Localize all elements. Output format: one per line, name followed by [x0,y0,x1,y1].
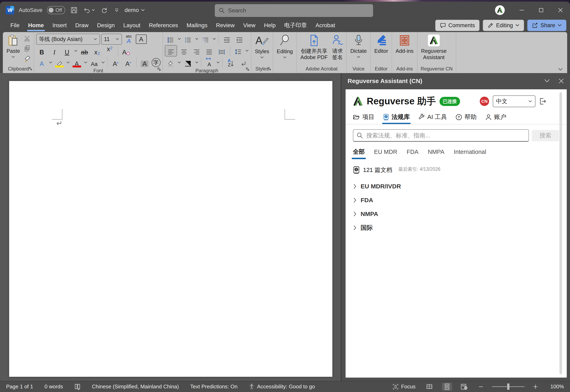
dictate-button[interactable]: Dictate [349,34,368,58]
document-area[interactable]: ↵ [0,73,341,381]
tab-file[interactable]: File [6,19,24,32]
filter-all[interactable]: 全部 [353,148,365,159]
tab-insert[interactable]: Insert [48,19,71,32]
asian-layout-chevron-icon[interactable] [216,61,220,64]
font-name-select[interactable]: 等线 (Body Asian) [36,34,100,45]
language-status[interactable]: Chinese (Simplified, Mainland China) [92,383,179,390]
customize-quick-access-button[interactable] [113,7,120,13]
filter-international[interactable]: International [454,149,486,159]
pane-tab-regulations[interactable]: 法规库 [383,113,410,124]
pane-search-input[interactable] [366,132,525,139]
sort-button[interactable]: A Z [225,57,236,68]
change-case-chevron-icon[interactable] [101,61,105,64]
shrink-font-button[interactable]: Aˇ [122,57,134,68]
word-logo-icon[interactable]: W [6,6,14,14]
pane-search-box[interactable] [353,129,529,142]
pane-close-icon[interactable] [559,78,564,84]
create-share-adobe-pdf-button[interactable]: 创建并共享Adobe PDF [299,34,329,60]
borders-chevron-icon[interactable] [195,61,199,64]
search-input[interactable] [228,7,369,14]
proofing-status[interactable] [75,383,80,390]
align-right-button[interactable] [191,45,202,56]
font-dialog-launcher[interactable] [157,67,161,71]
save-button[interactable] [70,6,78,14]
numbering-chevron-icon[interactable] [195,38,199,40]
paste-button[interactable]: Paste [5,34,22,58]
read-mode-button[interactable] [424,383,436,391]
align-left-button[interactable] [165,45,177,56]
pane-tab-projects[interactable]: 项目 [353,113,375,124]
tab-design[interactable]: Design [93,19,119,32]
document-title[interactable]: demo [125,7,145,14]
zoom-in-button[interactable] [531,383,540,390]
tab-acrobat[interactable]: Acrobat [311,19,340,32]
text-effects-button[interactable]: A [36,57,47,68]
borders-button[interactable] [182,57,194,68]
italic-button[interactable]: I [49,46,60,56]
font-color-chevron-icon[interactable] [84,61,87,64]
align-center-button[interactable] [178,45,190,56]
clear-formatting-button[interactable]: A [120,46,132,56]
print-layout-button[interactable] [442,383,452,391]
styles-button[interactable]: A Styles [253,34,271,59]
addins-button[interactable]: Add-ins [394,34,415,54]
format-painter-button[interactable] [23,55,32,63]
shading-button[interactable] [165,57,176,68]
increase-indent-button[interactable] [234,34,245,44]
word-count[interactable]: 0 words [45,383,63,390]
text-effects-chevron-icon[interactable] [49,61,52,64]
underline-chevron-icon[interactable] [74,50,78,52]
undo-button[interactable] [83,6,96,14]
accessibility-status[interactable]: Accessibility: Good to go [249,383,315,390]
category-nmpa[interactable]: NMPA [353,207,558,221]
tab-eseal[interactable]: 电子印章 [280,19,311,32]
category-fda[interactable]: FDA [353,193,558,207]
filter-fda[interactable]: FDA [406,149,418,159]
decrease-indent-button[interactable] [221,34,233,44]
share-button[interactable]: Share [527,20,566,31]
pane-tab-ai-tools[interactable]: AI 工具 [418,113,447,124]
close-button[interactable] [551,2,570,19]
minimize-button[interactable] [512,2,531,19]
bullets-chevron-icon[interactable] [178,38,181,40]
character-border-button[interactable]: A [136,35,147,44]
category-international[interactable]: 国际 [353,221,558,235]
grow-font-button[interactable]: Aˆ [110,57,121,68]
underline-button[interactable]: U [61,46,73,56]
strikethrough-button[interactable]: ab [79,46,90,56]
enclose-characters-button[interactable]: 字 [152,58,161,67]
zoom-level[interactable]: 100% [546,383,564,390]
pane-tab-help[interactable]: ? 帮助 [456,113,477,124]
redo-button[interactable] [100,6,109,14]
search-box[interactable] [215,4,373,17]
zoom-out-button[interactable] [476,383,486,390]
tab-home[interactable]: Home [24,19,48,32]
font-size-select[interactable]: 11 [101,34,122,45]
phonetic-guide-button[interactable]: abc A [123,34,135,44]
paragraph-dialog-launcher[interactable] [245,67,250,71]
tab-references[interactable]: References [145,19,182,32]
zoom-slider-thumb[interactable] [507,383,510,390]
superscript-button[interactable]: x2 [104,45,116,56]
editing-mode-button[interactable]: Editing [483,20,524,31]
filter-nmpa[interactable]: NMPA [428,149,444,159]
pane-chevron-down-icon[interactable] [544,79,550,83]
account-avatar[interactable] [495,5,505,15]
tab-draw[interactable]: Draw [71,19,93,32]
styles-dialog-launcher[interactable] [267,67,271,71]
line-spacing-chevron-icon[interactable] [245,50,249,52]
tab-review[interactable]: Review [212,19,239,32]
tab-view[interactable]: View [239,19,260,32]
document-page[interactable]: ↵ [9,81,332,377]
pane-scrollbar[interactable] [559,92,562,374]
show-hide-marks-button[interactable] [238,57,249,68]
focus-mode-button[interactable]: Focus [392,383,416,390]
pane-tab-account[interactable]: 账户 [485,113,506,124]
page-indicator[interactable]: Page 1 of 1 [6,383,33,390]
bold-button[interactable]: B [36,46,47,56]
pane-search-button[interactable]: 搜索 [532,130,559,141]
change-case-button[interactable]: Aa [89,57,100,68]
shading-chevron-icon[interactable] [178,61,181,64]
cut-button[interactable] [23,35,32,43]
bullets-button[interactable] [165,34,176,44]
